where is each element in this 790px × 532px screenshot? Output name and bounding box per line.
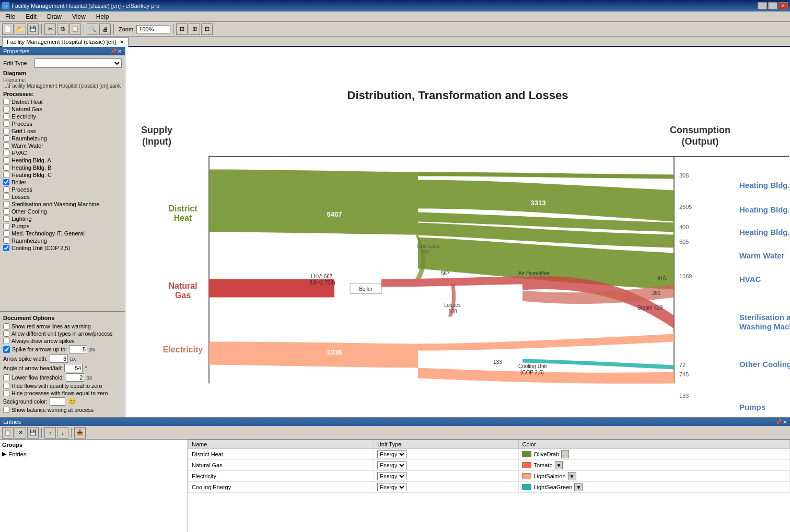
entries-up-btn[interactable]: ↑ xyxy=(44,427,56,439)
entries-pin-icon[interactable]: 📌 xyxy=(775,419,782,425)
proc-losses-check[interactable] xyxy=(3,194,9,200)
out-val-72: 72 xyxy=(679,362,686,368)
spike-arrows-input[interactable] xyxy=(69,345,87,353)
close-button[interactable]: ✕ xyxy=(779,2,788,9)
arrow-spike-width-input[interactable] xyxy=(50,354,68,363)
proc-natural-gas-check[interactable] xyxy=(3,106,9,112)
menu-view[interactable]: View xyxy=(69,12,89,21)
proc-hvac-check[interactable] xyxy=(3,150,9,156)
tab-close-icon[interactable]: ✕ xyxy=(120,39,124,45)
print-btn[interactable]: 🖨 xyxy=(99,23,111,35)
search-btn[interactable]: 🔍 xyxy=(87,23,98,35)
menu-edit[interactable]: Edit xyxy=(22,12,40,21)
opt-lower-flow-check[interactable] xyxy=(3,374,10,381)
opt-hide-process-check[interactable] xyxy=(3,390,9,396)
opt-diff-units-check[interactable] xyxy=(3,330,9,337)
zoom-fit-btn[interactable]: ⊞ xyxy=(176,23,188,35)
diagram-section: Diagram xyxy=(3,70,122,76)
zoom-out-btn[interactable]: ⊟ xyxy=(201,23,213,35)
proc-grid-loss-check[interactable] xyxy=(3,128,9,134)
proc-process2-check[interactable] xyxy=(3,186,9,193)
val-261: 261 xyxy=(652,290,661,296)
proc-heating-b-check[interactable] xyxy=(3,164,9,171)
paste-btn[interactable]: 📋 xyxy=(69,23,81,35)
opt-red-arrow-check[interactable] xyxy=(3,323,9,329)
row-unit-natural-gas[interactable]: Energy xyxy=(377,461,406,469)
losses-label2: 100 xyxy=(448,309,457,314)
tab-diagram[interactable]: Facility Management Hospital (classic) [… xyxy=(2,37,129,47)
entries-del-btn[interactable]: ✕ xyxy=(15,427,26,439)
row-color-cool-btn[interactable]: ▼ xyxy=(574,483,583,491)
entries-close-icon[interactable]: ✕ xyxy=(783,419,787,425)
opt-spike-arrows-check[interactable] xyxy=(3,346,10,353)
entries-down-btn[interactable]: ↓ xyxy=(57,427,68,439)
new-btn[interactable]: 📄 xyxy=(2,23,14,35)
proc-process-check[interactable] xyxy=(3,121,9,127)
minimize-button[interactable]: ─ xyxy=(758,2,767,9)
row-unit-cooling-energy[interactable]: Energy xyxy=(377,483,406,491)
app-icon: S xyxy=(2,2,9,9)
proc-lighting-check[interactable] xyxy=(3,216,9,222)
row-color-dh-btn[interactable]: ... xyxy=(561,450,568,458)
save-btn[interactable]: 💾 xyxy=(27,23,39,35)
supply-label2: (Input) xyxy=(142,136,171,147)
proc-pumps-check[interactable] xyxy=(3,223,9,229)
table-row: District Heat Energy OliveDrab ... xyxy=(189,449,790,460)
menu-help[interactable]: Help xyxy=(93,12,112,21)
proc-cooling-unit-check[interactable] xyxy=(3,245,9,251)
row-name-electricity: Electricity xyxy=(189,471,374,482)
entries-sep2 xyxy=(71,428,72,438)
bg-color-swatch[interactable] xyxy=(50,397,65,406)
zoom-input[interactable]: 100% xyxy=(136,25,170,33)
dh-to-heatA xyxy=(418,172,674,179)
sep2 xyxy=(84,24,84,34)
proc-boiler-check[interactable] xyxy=(3,179,9,185)
proc-heating-c-check[interactable] xyxy=(3,172,9,178)
uhv-label: (UHV: 734) xyxy=(309,280,335,286)
proc-other-cooling-check[interactable] xyxy=(3,208,9,215)
opt-draw-spikes-check[interactable] xyxy=(3,338,9,344)
consumption-label: Consumption xyxy=(670,125,730,135)
edit-type-label: Edit Type xyxy=(3,60,34,66)
edit-type-select[interactable] xyxy=(34,58,122,68)
zoom-in-btn[interactable]: ⊞ xyxy=(189,23,200,35)
opt-spike-arrows-label: Spike for arrows up to: xyxy=(12,346,67,352)
menu-file[interactable]: File xyxy=(2,12,18,21)
proc-electricity-check[interactable] xyxy=(3,113,9,120)
proc-sterilisation-check[interactable] xyxy=(3,201,9,207)
proc-med-tech-check[interactable] xyxy=(3,230,9,237)
proc-warm-water-check[interactable] xyxy=(3,143,9,149)
out-steril1: Sterilisation and xyxy=(739,313,790,322)
lower-flow-input[interactable] xyxy=(66,373,84,382)
properties-close-icon[interactable]: ✕ xyxy=(118,49,122,54)
opt-hide-zero-check[interactable] xyxy=(3,383,9,389)
open-btn[interactable]: 📂 xyxy=(15,23,26,35)
spike-arrows-unit: px xyxy=(89,346,95,352)
row-unit-electricity[interactable]: Energy xyxy=(377,472,406,480)
menu-draw[interactable]: Draw xyxy=(44,12,65,21)
proc-raumheizung2-check[interactable] xyxy=(3,238,9,244)
angle-input[interactable] xyxy=(64,364,83,372)
properties-title: Properties xyxy=(3,48,29,54)
row-color-ng-btn[interactable]: ▼ xyxy=(555,461,563,469)
groups-item-entries[interactable]: ▶ Entries xyxy=(2,450,185,458)
table-row: Natural Gas Energy Tomato ▼ xyxy=(189,460,790,471)
opt-balance-warning-check[interactable] xyxy=(3,407,9,413)
entries-save-btn[interactable]: 💾 xyxy=(27,427,39,439)
proc-heating-a-check[interactable] xyxy=(3,157,9,163)
copy-btn[interactable]: ⧉ xyxy=(57,23,68,35)
properties-pin-icon[interactable]: 📌 xyxy=(110,49,117,54)
proc-district-heat-check[interactable] xyxy=(3,99,9,105)
row-color-elec-btn[interactable]: ▼ xyxy=(568,472,576,480)
cooling-unit-label1: Cooling Unit xyxy=(518,363,547,369)
filename-label: Filename: ...\Facility Management Hospit… xyxy=(3,77,122,89)
proc-raumheizung-check[interactable] xyxy=(3,135,9,141)
entries-import-btn[interactable]: 📥 xyxy=(74,427,86,439)
cut-btn[interactable]: ✂ xyxy=(44,23,56,35)
row-unit-district-heat[interactable]: Energy xyxy=(377,450,406,458)
district-heat-input-label1: District xyxy=(168,204,197,213)
groups-item-label: Entries xyxy=(8,451,26,457)
properties-panel-header: Properties 📌 ✕ xyxy=(0,47,125,55)
entries-add-btn[interactable]: 📋 xyxy=(2,427,14,439)
maximize-button[interactable]: □ xyxy=(768,2,777,9)
